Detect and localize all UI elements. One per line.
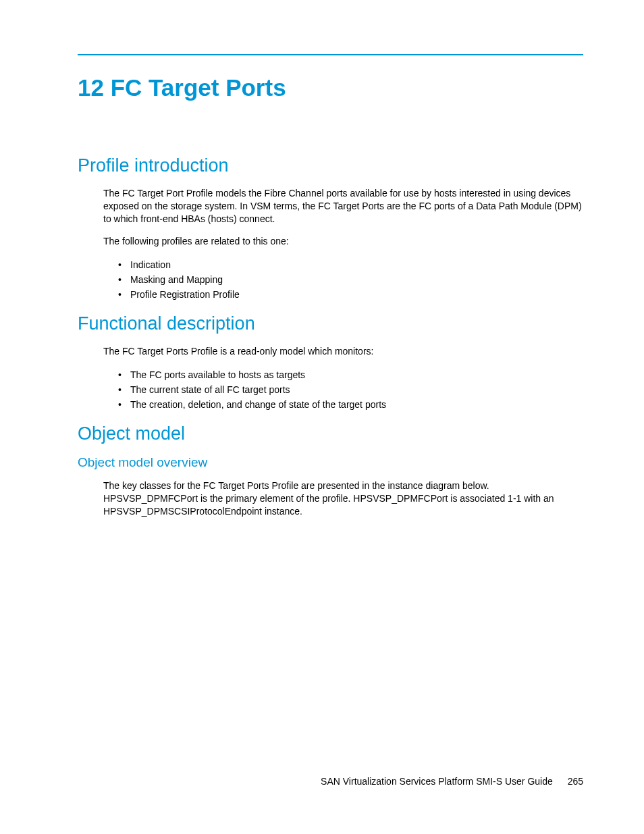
section-profile-introduction: Profile introduction xyxy=(78,155,583,176)
bullet-list: Indication Masking and Mapping Profile R… xyxy=(118,257,583,303)
list-item: Profile Registration Profile xyxy=(118,287,583,302)
footer-page-number: 265 xyxy=(568,776,583,787)
list-item: Masking and Mapping xyxy=(118,272,583,287)
footer-title: SAN Virtualization Services Platform SMI… xyxy=(321,776,553,787)
body-paragraph: The following profiles are related to th… xyxy=(103,235,583,248)
list-item: Indication xyxy=(118,257,583,272)
top-rule xyxy=(78,54,583,55)
list-item: The current state of all FC target ports xyxy=(118,382,583,397)
section-functional-description: Functional description xyxy=(78,313,583,334)
chapter-title: 12 FC Target Ports xyxy=(78,74,583,101)
body-paragraph: The key classes for the FC Target Ports … xyxy=(103,479,583,518)
section-object-model: Object model xyxy=(78,423,583,444)
list-item: The creation, deletion, and change of st… xyxy=(118,397,583,412)
list-item: The FC ports available to hosts as targe… xyxy=(118,367,583,382)
page-footer: SAN Virtualization Services Platform SMI… xyxy=(321,776,583,787)
body-paragraph: The FC Target Port Profile models the Fi… xyxy=(103,187,583,226)
bullet-list: The FC ports available to hosts as targe… xyxy=(118,367,583,413)
subsection-object-model-overview: Object model overview xyxy=(78,455,583,470)
body-paragraph: The FC Target Ports Profile is a read-on… xyxy=(103,345,583,358)
